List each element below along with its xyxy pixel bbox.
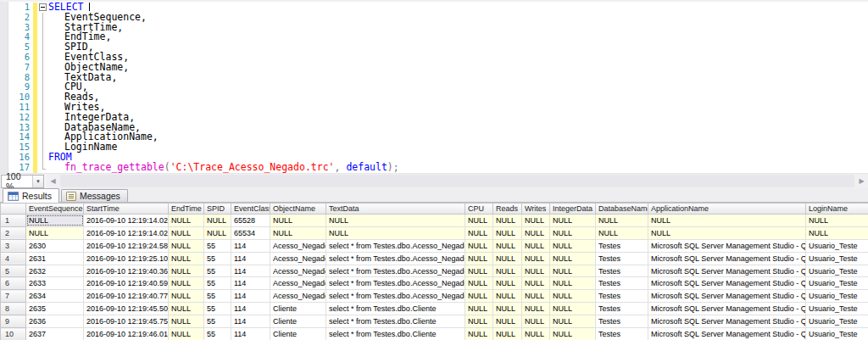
grid-cell[interactable]: Testes (596, 328, 648, 340)
grid-cell[interactable]: Microsoft SQL Server Management Studio -… (648, 328, 806, 340)
grid-cell[interactable]: NULL (550, 328, 596, 340)
editor-line[interactable]: 4EndTime, (0, 32, 868, 42)
grid-cell[interactable]: 2633 (26, 277, 84, 290)
grid-cell[interactable]: NULL (465, 215, 493, 227)
column-header[interactable]: EndTime (169, 203, 204, 215)
row-number-cell[interactable]: 1 (1, 215, 26, 227)
editor-lines[interactable]: 1SELECT2EventSequence,3StartTime,4EndTim… (0, 3, 868, 173)
grid-cell[interactable]: Usuario_Teste (806, 328, 868, 340)
scroll-left-icon[interactable]: ◀ (47, 174, 59, 188)
grid-cell[interactable]: NULL (169, 252, 204, 265)
grid-cell[interactable]: 65534 (231, 226, 270, 239)
row-number-cell[interactable]: 10 (1, 328, 26, 340)
grid-cell[interactable]: Testes (596, 252, 648, 265)
grid-cell[interactable]: NULL (169, 290, 204, 303)
grid-cell[interactable]: NULL (493, 290, 522, 303)
grid-cell[interactable]: 114 (231, 277, 270, 290)
editor-line[interactable]: 3StartTime, (0, 23, 868, 33)
grid-cell[interactable]: select * from Testes.dbo.Cliente (326, 315, 465, 328)
grid-cell[interactable]: NULL (169, 239, 204, 252)
row-number-cell[interactable]: 6 (1, 277, 26, 290)
scrollbar-thumb[interactable] (60, 175, 854, 187)
grid-cell[interactable]: 65528 (231, 215, 270, 227)
grid-cell[interactable]: 2016-09-10 12:19:24.583 (84, 239, 169, 252)
grid-cell[interactable]: Acesso_Negado (270, 290, 326, 303)
grid-cell[interactable]: NULL (493, 315, 522, 328)
grid-cell[interactable]: Usuario_Teste (806, 290, 868, 303)
row-number-cell[interactable]: 8 (1, 303, 26, 315)
grid-cell[interactable]: Usuario_Teste (806, 277, 868, 290)
grid-cell[interactable]: 2637 (26, 328, 84, 340)
grid-cell[interactable]: NULL (169, 328, 204, 340)
grid-cell[interactable]: NULL (169, 303, 204, 315)
grid-cell[interactable]: select * from Testes.dbo.Acesso_Negado (326, 252, 465, 265)
column-header[interactable]: ObjectName (270, 203, 326, 215)
grid-cell[interactable]: NULL (522, 226, 550, 239)
grid-cell[interactable]: 55 (204, 303, 231, 315)
grid-cell[interactable]: Testes (596, 239, 648, 252)
grid-cell[interactable]: 55 (204, 265, 231, 277)
row-number-cell[interactable]: 7 (1, 290, 26, 303)
grid-cell[interactable]: select * from Testes.dbo.Cliente (326, 303, 465, 315)
column-header[interactable]: EventSequence (26, 203, 84, 215)
grid-cell[interactable]: NULL (648, 226, 806, 239)
editor-line[interactable]: 8TextData, (0, 73, 868, 83)
grid-cell[interactable]: Usuario_Teste (806, 239, 868, 252)
grid-cell[interactable]: NULL (465, 226, 493, 239)
grid-cell[interactable]: NULL (169, 315, 204, 328)
grid-cell[interactable]: 114 (231, 290, 270, 303)
editor-line[interactable]: 10Reads, (0, 92, 868, 103)
grid-cell[interactable]: NULL (169, 265, 204, 277)
grid-cell[interactable]: NULL (465, 315, 493, 328)
grid-cell[interactable]: Testes (596, 303, 648, 315)
grid-cell[interactable]: NULL (550, 303, 596, 315)
grid-cell[interactable]: NULL (465, 239, 493, 252)
grid-cell[interactable]: Acesso_Negado (270, 252, 326, 265)
row-number-cell[interactable]: 2 (1, 226, 26, 239)
grid-cell[interactable]: NULL (522, 328, 550, 340)
grid-cell[interactable]: Usuario_Teste (806, 303, 868, 315)
grid-cell[interactable]: NULL (806, 215, 868, 227)
scroll-right-icon[interactable]: ▶ (855, 174, 868, 188)
column-header[interactable]: Writes (522, 203, 550, 215)
grid-cell[interactable]: 114 (231, 252, 270, 265)
grid-cell[interactable]: NULL (493, 328, 522, 340)
column-header[interactable]: IntegerData (550, 203, 596, 215)
grid-cell[interactable]: Testes (596, 265, 648, 277)
grid-cell[interactable]: Acesso_Negado (270, 239, 326, 252)
row-number-cell[interactable]: 4 (1, 252, 26, 265)
column-header[interactable]: SPID (204, 203, 231, 215)
grid-cell[interactable]: NULL (550, 239, 596, 252)
grid-cell[interactable]: 2631 (26, 252, 84, 265)
grid-cell[interactable]: NULL (550, 252, 596, 265)
editor-line[interactable]: 17fn_trace_gettable('C:\Trace_Acesso_Neg… (0, 163, 868, 173)
grid-cell[interactable]: NULL (465, 290, 493, 303)
column-header[interactable]: StartTime (84, 203, 169, 215)
grid-cell[interactable]: 55 (204, 239, 231, 252)
row-number-cell[interactable]: 9 (1, 315, 26, 328)
grid-cell[interactable]: NULL (522, 265, 550, 277)
grid-cell[interactable]: Microsoft SQL Server Management Studio -… (648, 265, 806, 277)
grid-cell[interactable]: Usuario_Teste (806, 252, 868, 265)
grid-cell[interactable]: NULL (204, 215, 231, 227)
grid-cell[interactable]: Microsoft SQL Server Management Studio -… (648, 277, 806, 290)
grid-cell[interactable]: NULL (465, 328, 493, 340)
grid-cell[interactable]: Microsoft SQL Server Management Studio -… (648, 303, 806, 315)
grid-cell[interactable]: Cliente (270, 303, 326, 315)
grid-cell[interactable]: NULL (493, 226, 522, 239)
grid-cell[interactable]: NULL (270, 215, 326, 227)
grid-cell[interactable]: NULL (465, 252, 493, 265)
grid-cell[interactable]: NULL (169, 226, 204, 239)
grid-cell[interactable]: NULL (493, 265, 522, 277)
column-header[interactable]: CPU (465, 203, 493, 215)
grid-cell[interactable]: NULL (493, 239, 522, 252)
grid-cell[interactable]: 55 (204, 277, 231, 290)
grid-cell[interactable]: NULL (493, 252, 522, 265)
grid-cell[interactable]: NULL (550, 265, 596, 277)
editor-line[interactable]: 14ApplicationName, (0, 132, 868, 142)
editor-line[interactable]: 7ObjectName, (0, 63, 868, 73)
grid-cell[interactable]: 2016-09-10 12:19:40.367 (84, 265, 169, 277)
grid-cell[interactable]: 2016-09-10 12:19:25.100 (84, 252, 169, 265)
tab-results[interactable]: Results (3, 188, 59, 203)
grid-cell[interactable]: select * from Testes.dbo.Acesso_Negado (326, 277, 465, 290)
